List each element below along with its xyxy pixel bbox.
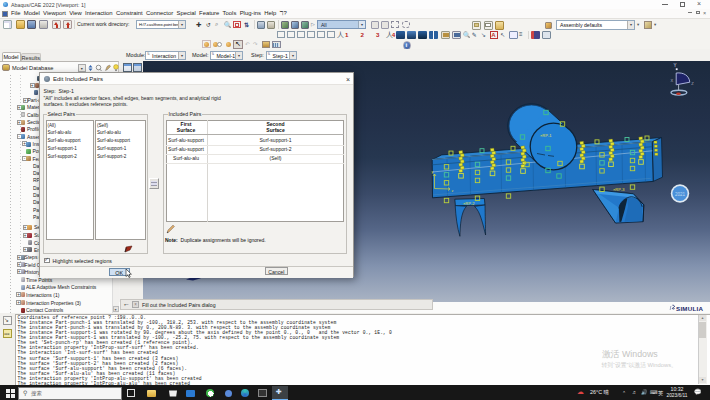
svg-text:z: z <box>452 189 454 193</box>
svg-text:Y: Y <box>674 63 677 68</box>
svg-text:y: y <box>432 170 434 174</box>
svg-text:×RP-3: ×RP-3 <box>613 187 625 192</box>
svg-text:SIMULIA: SIMULIA <box>676 304 703 311</box>
svg-text:X: X <box>671 78 674 83</box>
svg-text:×RP-2: ×RP-2 <box>463 201 475 206</box>
svg-text:Z: Z <box>691 81 694 86</box>
svg-text:×RP-1: ×RP-1 <box>540 133 552 138</box>
svg-text:2021: 2021 <box>675 192 686 197</box>
